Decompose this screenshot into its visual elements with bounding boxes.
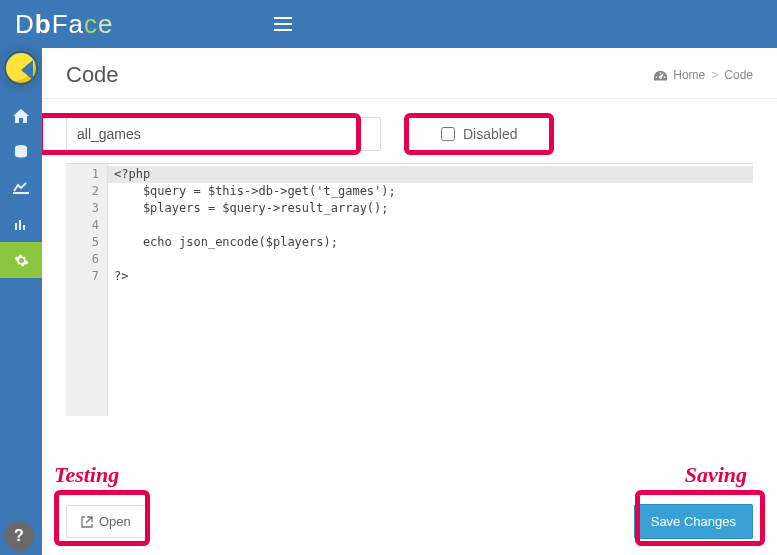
breadcrumb-sep: > [711, 68, 718, 82]
nav-settings[interactable] [0, 242, 42, 278]
save-label: Save Changes [651, 514, 736, 529]
open-label: Open [99, 514, 131, 529]
breadcrumb-current: Code [724, 68, 753, 82]
main: Code Home > Code Disabled 1234567 [42, 48, 777, 555]
disabled-toggle[interactable]: Disabled [431, 117, 531, 151]
open-button[interactable]: Open [66, 505, 146, 538]
page-header: Code Home > Code [42, 48, 777, 99]
api-name-input[interactable] [66, 117, 381, 151]
open-icon [81, 516, 93, 528]
save-button[interactable]: Save Changes [634, 504, 753, 539]
nav-analytics[interactable] [0, 170, 42, 206]
footer: Open Save Changes Testing Saving [42, 488, 777, 555]
help-button[interactable]: ? [4, 521, 34, 551]
menu-toggle-icon[interactable] [274, 17, 292, 31]
code-editor[interactable]: 1234567 <?php $query = $this->db->get('t… [66, 164, 753, 416]
content: Disabled 1234567 <?php $query = $this->d… [42, 99, 777, 488]
nav-barchart[interactable] [0, 206, 42, 242]
disabled-label: Disabled [463, 126, 517, 142]
logo: DbFace [15, 9, 114, 40]
sidebar: ? [0, 48, 42, 555]
breadcrumb-home[interactable]: Home [673, 68, 705, 82]
page-title: Code [66, 62, 119, 88]
nav-home[interactable] [0, 98, 42, 134]
topbar: DbFace [0, 0, 777, 48]
breadcrumb: Home > Code [654, 68, 753, 82]
dashboard-icon [654, 70, 667, 81]
editor-code[interactable]: <?php $query = $this->db->get('t_games')… [108, 164, 753, 416]
disabled-checkbox[interactable] [441, 127, 455, 141]
code-editor-container: 1234567 <?php $query = $this->db->get('t… [66, 163, 753, 416]
nav-database[interactable] [0, 134, 42, 170]
editor-gutter: 1234567 [66, 164, 108, 416]
avatar[interactable] [3, 50, 39, 86]
